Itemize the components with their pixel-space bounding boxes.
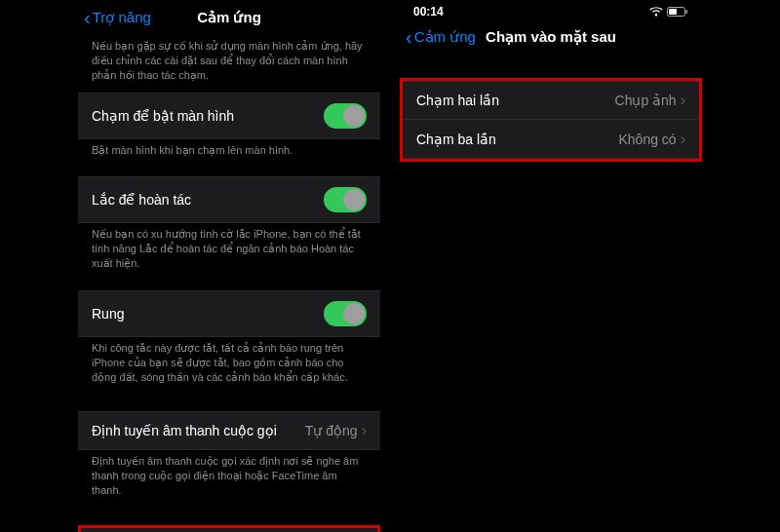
phone-right-back-tap: 00:14 ‹ Cảm ứng Chạm vào mặt sau Chạm ha… — [400, 0, 702, 532]
chevron-left-icon: ‹ — [84, 8, 91, 27]
svg-rect-1 — [669, 9, 677, 15]
toggle-switch[interactable] — [324, 187, 367, 212]
toggle-switch[interactable] — [324, 103, 367, 129]
intro-note: Nếu bạn gặp sự cố khi sử dụng màn hình c… — [78, 35, 380, 93]
row-label: Chạm hai lần — [416, 93, 615, 108]
row-shake-undo[interactable]: Lắc để hoàn tác — [78, 176, 380, 223]
back-button[interactable]: ‹ Trợ năng — [84, 8, 151, 27]
phone-left-touch-settings: ‹ Trợ năng Cảm ứng Nếu bạn gặp sự cố khi… — [78, 0, 380, 532]
chevron-right-icon: › — [362, 422, 367, 439]
row-double-tap[interactable]: Chạm hai lần Chụp ảnh › — [403, 81, 699, 120]
note-audio-routing: Định tuyến âm thanh cuộc gọi xác định nơ… — [78, 450, 380, 508]
chevron-left-icon: ‹ — [406, 27, 412, 47]
back-button[interactable]: ‹ Cảm ứng — [406, 27, 476, 47]
row-value: Tự động — [305, 423, 358, 438]
note-touch-wake: Bật màn hình khi bạn chạm lên màn hình. — [78, 139, 380, 168]
back-label: Trợ năng — [93, 9, 151, 26]
status-bar: 00:14 — [400, 0, 702, 19]
row-value: Chụp ảnh — [615, 93, 677, 108]
battery-icon — [667, 7, 688, 17]
row-triple-tap[interactable]: Chạm ba lần Không có › — [403, 120, 699, 159]
row-touch-to-wake[interactable]: Chạm để bật màn hình — [78, 93, 380, 139]
note-shake-undo: Nếu bạn có xu hướng tình cờ lắc iPhone, … — [78, 223, 380, 281]
row-back-tap[interactable]: Chạm vào mặt sau Bật › — [78, 525, 380, 532]
svg-rect-2 — [686, 10, 688, 14]
status-time: 00:14 — [413, 5, 444, 19]
row-label: Lắc để hoàn tác — [92, 192, 324, 208]
status-indicators — [649, 7, 688, 17]
row-label: Chạm ba lần — [416, 132, 619, 147]
chevron-right-icon: › — [681, 131, 685, 148]
row-call-audio-routing[interactable]: Định tuyến âm thanh cuộc gọi Tự động › — [78, 411, 380, 450]
row-label: Rung — [92, 306, 324, 322]
row-vibration[interactable]: Rung — [78, 290, 380, 337]
back-tap-group: Chạm hai lần Chụp ảnh › Chạm ba lần Khôn… — [400, 78, 702, 162]
chevron-right-icon: › — [681, 92, 685, 109]
row-value: Không có — [619, 132, 677, 147]
row-label: Định tuyến âm thanh cuộc gọi — [92, 423, 305, 438]
wifi-icon — [649, 7, 663, 17]
row-label: Chạm để bật màn hình — [92, 108, 324, 124]
back-label: Cảm ứng — [414, 28, 476, 46]
nav-bar: ‹ Cảm ứng Chạm vào mặt sau — [400, 19, 702, 55]
nav-bar: ‹ Trợ năng Cảm ứng — [78, 0, 380, 35]
toggle-switch[interactable] — [324, 301, 367, 326]
note-vibration: Khi công tắc này được tắt, tất cả cảnh b… — [78, 337, 380, 395]
